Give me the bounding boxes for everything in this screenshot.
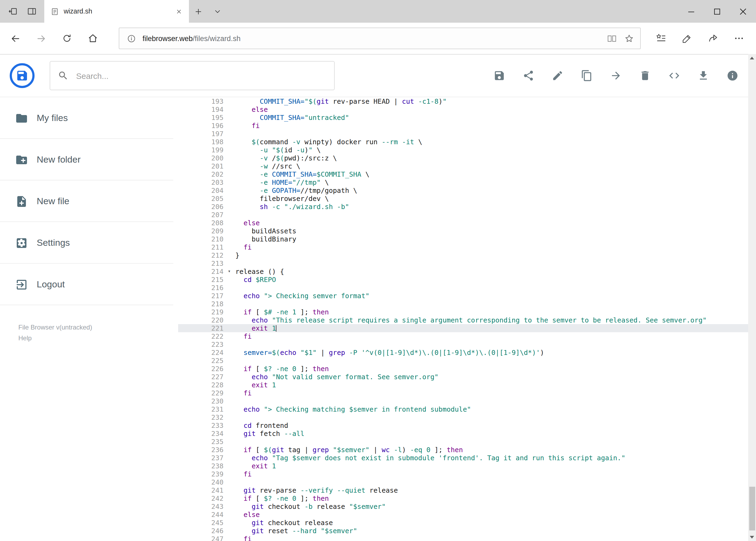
code-line[interactable]: 203 -e HOME="//tmp" \ [178, 178, 756, 186]
code-line[interactable]: 233 cd frontend [178, 421, 756, 429]
new-tab-button[interactable] [189, 0, 208, 23]
code-line[interactable]: 205 filebrowser/dev \ [178, 195, 756, 203]
sidebar-item-logout[interactable]: Logout [0, 264, 178, 305]
code-line[interactable]: 244 else [178, 510, 756, 519]
code-line[interactable]: 221 exit 1 [178, 324, 756, 332]
code-line[interactable]: 241 git rev-parse --verify --quiet relea… [178, 486, 756, 494]
code-line[interactable]: 218 [178, 300, 756, 308]
save-button[interactable] [484, 61, 514, 90]
share-button[interactable] [514, 61, 543, 90]
code-line[interactable]: 246 git reset --hard "$semver" [178, 527, 756, 535]
download-button[interactable] [688, 61, 718, 90]
code-line[interactable]: 234 git fetch --all [178, 429, 756, 437]
add-favorite-star-icon[interactable] [621, 30, 638, 47]
code-line[interactable]: 219 if [ $# -ne 1 ]; then [178, 308, 756, 316]
code-line[interactable]: 230 [178, 397, 756, 405]
home-icon[interactable] [80, 26, 106, 51]
code-line[interactable]: 209 buildAssets [178, 227, 756, 235]
hub-favorites-icon[interactable] [648, 26, 674, 51]
scrollbar-track[interactable] [748, 62, 756, 533]
set-tabs-aside-icon[interactable] [3, 0, 22, 23]
code-line[interactable]: 239 fi [178, 470, 756, 478]
code-line[interactable]: 235 [178, 437, 756, 446]
code-editor[interactable]: 193 COMMIT_SHA="$(git rev-parse HEAD | c… [178, 97, 756, 541]
sidebar-item-new-file[interactable]: New file [0, 181, 178, 222]
reading-view-icon[interactable] [603, 30, 621, 47]
code-line[interactable]: 243 git checkout -b release "$semver" [178, 502, 756, 510]
code-line[interactable]: 220 echo "This release script requires a… [178, 316, 756, 324]
code-line[interactable]: 202 -e COMMIT_SHA=$COMMIT_SHA \ [178, 170, 756, 178]
scroll-down-icon[interactable] [748, 533, 756, 541]
search-input[interactable] [75, 71, 327, 81]
code-line[interactable]: 242 if [ $? -ne 0 ]; then [178, 494, 756, 502]
code-line[interactable]: 228 exit 1 [178, 381, 756, 389]
code-line[interactable]: 238 exit 1 [178, 462, 756, 470]
code-line[interactable]: 227 echo "Not valid semver format. See s… [178, 373, 756, 381]
code-line[interactable]: 213 [178, 259, 756, 268]
code-line[interactable]: 195 COMMIT_SHA="untracked" [178, 114, 756, 122]
sidebar-item-new-folder[interactable]: New folder [0, 139, 178, 181]
tabs-set-aside-icon[interactable] [22, 0, 41, 23]
minimize-button[interactable] [678, 0, 704, 23]
code-line[interactable]: 198 $(command -v winpty) docker run --rm… [178, 138, 756, 146]
code-line[interactable]: 201 -w //src \ [178, 162, 756, 170]
scroll-up-icon[interactable] [748, 54, 756, 62]
maximize-button[interactable] [704, 0, 730, 23]
code-line[interactable]: 196 fi [178, 122, 756, 130]
filebrowser-logo[interactable] [9, 63, 35, 89]
code-line[interactable]: 193 COMMIT_SHA="$(git rev-parse HEAD | c… [178, 97, 756, 105]
more-menu-icon[interactable] [726, 26, 752, 51]
code-line[interactable]: 229 fi [178, 389, 756, 397]
web-note-pen-icon[interactable] [674, 26, 700, 51]
help-link[interactable]: Help [18, 334, 178, 342]
copy-button[interactable] [572, 61, 601, 90]
scrollbar-thumb[interactable] [749, 487, 755, 530]
search-box[interactable] [50, 61, 335, 90]
code-line[interactable]: 222 fi [178, 332, 756, 340]
browser-tab[interactable]: wizard.sh [44, 0, 189, 23]
info-button[interactable] [718, 61, 747, 90]
tab-close-icon[interactable] [172, 4, 186, 18]
code-line[interactable]: 236 if [ $(git tag | grep "$semver" | wc… [178, 446, 756, 454]
code-line[interactable]: 215 cd $REPO [178, 275, 756, 283]
code-line[interactable]: 208 else [178, 219, 756, 227]
code-line[interactable]: 245 git checkout release [178, 519, 756, 527]
code-line[interactable]: 211 fi [178, 243, 756, 251]
code-line[interactable]: 240 [178, 478, 756, 486]
code-line[interactable]: 200 -v /$(pwd):/src:z \ [178, 154, 756, 162]
code-line[interactable]: 199 -u "$(id -u)" \ [178, 146, 756, 154]
address-bar[interactable]: filebrowser.web/files/wizard.sh [119, 28, 640, 49]
page-scrollbar[interactable] [748, 54, 756, 541]
code-line[interactable]: 212} [178, 251, 756, 259]
url-text[interactable]: filebrowser.web/files/wizard.sh [142, 34, 603, 42]
code-line[interactable]: 206 sh -c "./wizard.sh -b" [178, 203, 756, 211]
code-line[interactable]: 217 echo "> Checking semver format" [178, 292, 756, 300]
code-line[interactable]: 197 [178, 130, 756, 138]
code-line[interactable]: 216 [178, 283, 756, 292]
code-line[interactable]: 231 echo "> Checking matching $semver in… [178, 405, 756, 413]
close-button[interactable] [730, 0, 756, 23]
tab-preview-chevron-icon[interactable] [208, 0, 227, 23]
code-line[interactable]: 237 echo "Tag $semver does not exist in … [178, 454, 756, 462]
code-line[interactable]: 232 [178, 413, 756, 421]
refresh-icon[interactable] [54, 26, 80, 51]
code-line[interactable]: 223 [178, 340, 756, 348]
fold-marker-icon[interactable]: ▾ [228, 268, 235, 275]
switch-view-code-button[interactable] [659, 61, 688, 90]
sidebar-item-my-files[interactable]: My files [0, 97, 178, 139]
delete-button[interactable] [630, 61, 659, 90]
code-line[interactable]: 225 [178, 356, 756, 365]
code-line[interactable]: 194 else [178, 105, 756, 114]
back-icon[interactable] [2, 26, 28, 51]
share-page-icon[interactable] [700, 26, 726, 51]
code-line[interactable]: 207 [178, 211, 756, 219]
code-line[interactable]: 226 if [ $? -ne 0 ]; then [178, 365, 756, 373]
move-button[interactable] [601, 61, 630, 90]
code-line[interactable]: 214▾release () { [178, 268, 756, 275]
code-line[interactable]: 204 -e GOPATH=//tmp/gopath \ [178, 186, 756, 195]
code-line[interactable]: 224 semver=$(echo "$1" | grep -P '^v(0|[… [178, 348, 756, 356]
code-line[interactable]: 247 fi [178, 535, 756, 541]
code-line[interactable]: 210 buildBinary [178, 235, 756, 243]
sidebar-item-settings[interactable]: Settings [0, 222, 178, 264]
rename-button[interactable] [543, 61, 572, 90]
